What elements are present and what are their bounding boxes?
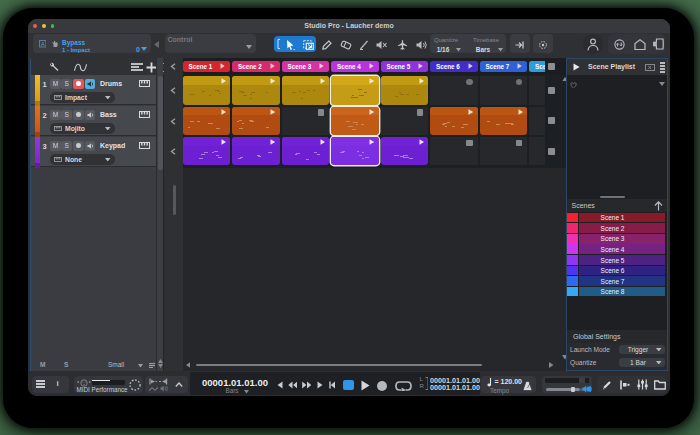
svg-text:A: A <box>40 41 44 47</box>
